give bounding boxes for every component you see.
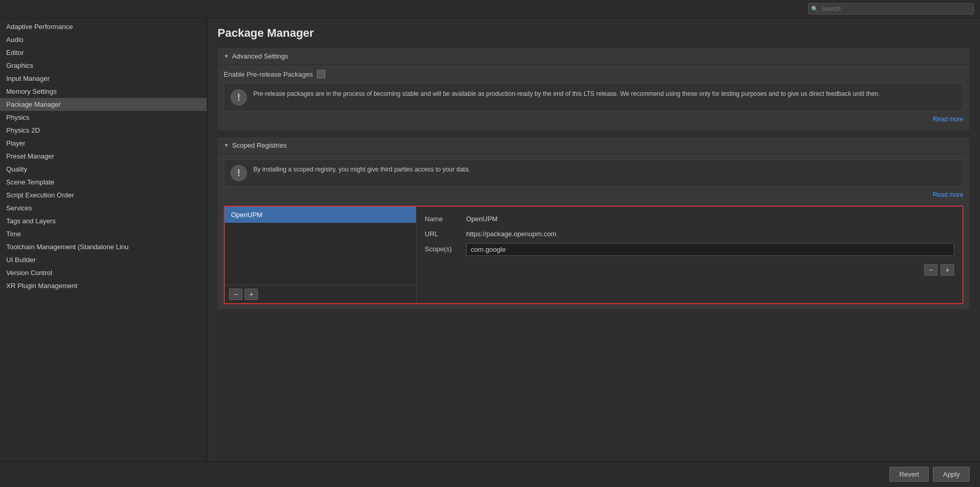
enable-prerelease-row: Enable Pre-release Packages: [224, 70, 963, 78]
advanced-info-box: ! Pre-release packages are in the proces…: [224, 83, 963, 111]
sidebar-item-package-manager[interactable]: Package Manager: [0, 98, 207, 111]
search-input[interactable]: [808, 3, 974, 15]
enable-prerelease-label: Enable Pre-release Packages: [224, 70, 313, 78]
advanced-settings-title: Advanced Settings: [232, 52, 288, 60]
registry-url-label: URL: [425, 228, 466, 238]
enable-prerelease-checkbox[interactable]: [317, 70, 325, 78]
sidebar-item-physics-2d[interactable]: Physics 2D: [0, 124, 207, 137]
registry-url-row: URL https://package.openupm.com: [425, 228, 954, 238]
sidebar-item-player[interactable]: Player: [0, 137, 207, 150]
revert-button[interactable]: Revert: [889, 467, 929, 482]
advanced-settings-body: Enable Pre-release Packages ! Pre-releas…: [218, 65, 970, 130]
advanced-settings-header: ▼ Advanced Settings: [218, 48, 970, 65]
registry-scopes-input[interactable]: [466, 243, 954, 256]
scoped-registries-body: ! By installing a scoped registry, you m…: [218, 154, 970, 309]
search-icon: 🔍: [811, 6, 818, 12]
sidebar-item-adaptive-performance[interactable]: Adaptive Performance: [0, 20, 207, 33]
registry-remove-button[interactable]: −: [229, 289, 242, 300]
page-title: Package Manager: [218, 26, 970, 40]
registry-name-value: OpenUPM: [466, 213, 954, 223]
registry-scopes-row: Scope(s): [425, 243, 954, 256]
sidebar-item-toolchain-management[interactable]: Toolchain Management (Standalone Linu: [0, 240, 207, 253]
sidebar-item-ui-builder[interactable]: UI Builder: [0, 253, 207, 266]
sidebar-item-xr-plugin-management[interactable]: XR Plugin Management: [0, 279, 207, 292]
registry-list: OpenUPM − +: [225, 207, 416, 303]
sidebar-item-quality[interactable]: Quality: [0, 163, 207, 176]
scoped-info-text: By installing a scoped registry, you mig…: [253, 165, 957, 174]
scoped-registries-title: Scoped Registries: [232, 141, 287, 149]
collapse-triangle-icon: ▼: [224, 53, 229, 59]
registry-add-button[interactable]: +: [244, 289, 258, 300]
registry-detail: Name OpenUPM URL https://package.openupm…: [416, 207, 962, 303]
sidebar-item-services[interactable]: Services: [0, 202, 207, 214]
registry-list-item-openupm[interactable]: OpenUPM: [225, 207, 416, 223]
apply-button[interactable]: Apply: [933, 467, 970, 482]
bottom-bar: Revert Apply: [0, 461, 980, 487]
content-area: Package Manager ▼ Advanced Settings Enab…: [207, 18, 980, 461]
sidebar-item-preset-manager[interactable]: Preset Manager: [0, 150, 207, 163]
sidebar-item-tags-and-layers[interactable]: Tags and Layers: [0, 214, 207, 227]
sidebar-item-scene-template[interactable]: Scene Template: [0, 176, 207, 189]
sidebar-item-version-control[interactable]: Version Control: [0, 266, 207, 279]
sidebar: Adaptive PerformanceAudioEditorGraphicsI…: [0, 18, 207, 461]
search-wrapper: 🔍: [808, 3, 974, 15]
scoped-read-more-link[interactable]: Read more: [224, 190, 963, 200]
registry-scopes-label: Scope(s): [425, 243, 466, 253]
scoped-info-icon: !: [230, 165, 247, 181]
advanced-info-text: Pre-release packages are in the process …: [253, 89, 957, 98]
registry-detail-actions: − +: [425, 261, 954, 277]
registry-detail-remove-button[interactable]: −: [924, 264, 938, 276]
registry-list-actions: − +: [225, 285, 416, 303]
registry-url-value: https://package.openupm.com: [466, 228, 954, 238]
scoped-registries-header: ▼ Scoped Registries: [218, 137, 970, 154]
advanced-read-more-link[interactable]: Read more: [224, 114, 963, 125]
top-bar: 🔍: [0, 0, 980, 18]
registry-name-row: Name OpenUPM: [425, 213, 954, 223]
sidebar-item-editor[interactable]: Editor: [0, 46, 207, 59]
main-layout: Adaptive PerformanceAudioEditorGraphicsI…: [0, 18, 980, 461]
sidebar-item-memory-settings[interactable]: Memory Settings: [0, 85, 207, 98]
scoped-collapse-triangle-icon: ▼: [224, 142, 229, 148]
sidebar-item-time[interactable]: Time: [0, 227, 207, 240]
sidebar-item-graphics[interactable]: Graphics: [0, 59, 207, 72]
info-icon: !: [230, 89, 247, 106]
sidebar-item-audio[interactable]: Audio: [0, 33, 207, 46]
sidebar-item-script-execution-order[interactable]: Script Execution Order: [0, 189, 207, 202]
registry-detail-add-button[interactable]: +: [941, 264, 954, 276]
registry-name-label: Name: [425, 213, 466, 223]
sidebar-item-physics[interactable]: Physics: [0, 111, 207, 124]
sidebar-item-input-manager[interactable]: Input Manager: [0, 72, 207, 85]
scoped-registries-section: ▼ Scoped Registries ! By installing a sc…: [218, 137, 970, 309]
scoped-info-box: ! By installing a scoped registry, you m…: [224, 159, 963, 187]
registry-container: OpenUPM − + Name OpenUPM: [224, 206, 963, 304]
advanced-settings-section: ▼ Advanced Settings Enable Pre-release P…: [218, 48, 970, 130]
